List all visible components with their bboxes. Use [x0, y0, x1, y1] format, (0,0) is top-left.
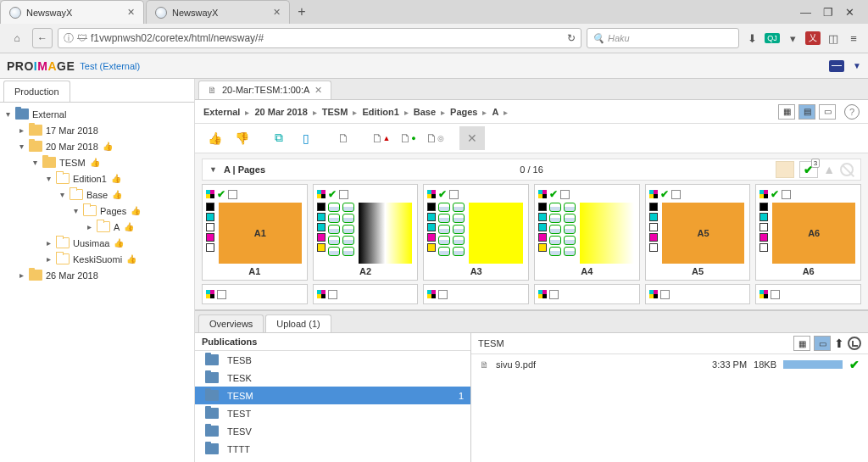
pdf-badge[interactable]: 乂	[805, 31, 821, 46]
page-card[interactable]: ✔A6A6	[755, 184, 861, 281]
close-icon[interactable]: ✕	[314, 85, 322, 96]
home-button[interactable]: ⌂	[7, 28, 27, 48]
select-checkbox[interactable]	[771, 290, 780, 299]
select-checkbox[interactable]	[782, 190, 791, 199]
tree-toggle-icon[interactable]: ▾	[71, 206, 80, 215]
file-row[interactable]: 🗎 sivu 9.pdf 3:33 PM 18KB ✔	[471, 354, 868, 375]
tree-toggle-icon[interactable]: ▸	[17, 125, 25, 135]
tab-upload[interactable]: Upload (1)	[265, 314, 331, 332]
qj-badge[interactable]: QJ	[765, 31, 780, 46]
tenant-label[interactable]: Test (External)	[80, 61, 140, 71]
publication-row[interactable]: TESK	[195, 369, 470, 387]
tree-toggle-icon[interactable]: ▾	[31, 158, 39, 167]
tree-item[interactable]: ▸Uusimaa👍	[0, 235, 194, 251]
status-ok[interactable]: ✔3	[799, 161, 818, 178]
document-tab[interactable]: 🗎 20-Mar:TESM:1:00:A ✕	[198, 81, 331, 99]
close-icon[interactable]: ✕	[273, 7, 281, 18]
breadcrumb-item[interactable]: Base	[414, 107, 436, 117]
back-button[interactable]: ←	[32, 28, 53, 48]
search-field[interactable]: 🔍 Haku	[587, 28, 739, 48]
select-checkbox[interactable]	[449, 190, 459, 199]
page-card[interactable]: ✔A2	[313, 184, 419, 281]
tree-item[interactable]: ▾20 Mar 2018👍	[0, 138, 194, 154]
publication-row[interactable]: TEST	[195, 404, 470, 422]
page-card[interactable]	[313, 284, 419, 304]
tool-separation-button[interactable]: ▯	[293, 126, 319, 150]
tree-toggle-icon[interactable]: ▾	[17, 142, 25, 151]
url-field[interactable]: ⓘ 🛡 f1vwpnwsh02/coretex/html/newsway/# ↻	[58, 28, 581, 48]
breadcrumb-item[interactable]: External	[203, 107, 240, 117]
select-checkbox[interactable]	[560, 190, 570, 199]
tool-target-button[interactable]: 🗋◎	[422, 126, 448, 150]
bookmark-icon[interactable]: ▾	[785, 31, 800, 46]
publication-row[interactable]: TESM1	[195, 387, 470, 404]
history-icon[interactable]	[848, 337, 861, 350]
publication-row[interactable]: TESB	[195, 351, 470, 369]
detail-view-list-button[interactable]: ▭	[814, 336, 831, 351]
tool-hierarchy-button[interactable]: ⧉	[266, 126, 292, 150]
detail-view-grid-button[interactable]: ▦	[793, 336, 810, 351]
sidebar-tab-production[interactable]: Production	[3, 81, 70, 102]
browser-tab-2[interactable]: NewswayX ✕	[146, 0, 290, 24]
tree-item[interactable]: ▸A👍	[0, 219, 194, 235]
tree-root[interactable]: ▾ External	[0, 106, 194, 122]
page-card[interactable]: ✔A1A1	[202, 184, 308, 281]
tree-item[interactable]: ▾Base👍	[0, 186, 194, 203]
mail-icon[interactable]	[829, 60, 844, 72]
publication-row[interactable]: TESV	[195, 422, 470, 440]
view-wide-button[interactable]: ▭	[819, 104, 836, 120]
breadcrumb-item[interactable]: Pages	[450, 107, 477, 117]
view-tiles-button[interactable]: ▤	[798, 104, 815, 120]
page-card[interactable]	[755, 284, 861, 304]
select-checkbox[interactable]	[671, 190, 681, 199]
tool-disabled-button[interactable]: ✕	[459, 126, 485, 150]
view-grid-button[interactable]: ▦	[778, 104, 795, 120]
tab-overviews[interactable]: Overviews	[198, 314, 264, 332]
approve-button[interactable]: 👍	[202, 126, 227, 150]
tool-page-button[interactable]: 🗋	[331, 126, 356, 150]
tree-toggle-icon[interactable]: ▾	[44, 174, 53, 183]
chevron-down-icon[interactable]: ▾	[3, 109, 12, 119]
tree-toggle-icon[interactable]: ▸	[85, 222, 93, 231]
tool-ok-button[interactable]: 🗋●	[395, 126, 420, 150]
maximize-button[interactable]: ❐	[823, 6, 833, 19]
publication-row[interactable]: TTTT	[195, 440, 470, 458]
select-checkbox[interactable]	[549, 290, 559, 299]
download-icon[interactable]: ⬇	[744, 31, 760, 46]
tree-item[interactable]: ▾Edition1👍	[0, 170, 194, 186]
reject-button[interactable]: 👎	[229, 126, 254, 150]
upload-icon[interactable]: ⬆	[834, 337, 844, 350]
page-card[interactable]	[645, 284, 751, 304]
page-card[interactable]	[202, 284, 308, 304]
tree-toggle-icon[interactable]: ▸	[44, 254, 53, 264]
tree-item[interactable]: ▸KeskiSuomi👍	[0, 251, 194, 267]
collapse-icon[interactable]: ▼	[209, 165, 217, 174]
tree-toggle-icon[interactable]: ▾	[58, 190, 66, 199]
tree-item[interactable]: ▸26 Mar 2018	[0, 267, 194, 283]
browser-tab-1[interactable]: NewswayX ✕	[0, 0, 144, 24]
breadcrumb-item[interactable]: 20 Mar 2018	[254, 107, 307, 117]
select-checkbox[interactable]	[339, 190, 348, 199]
reload-button[interactable]: ↻	[567, 32, 576, 44]
select-checkbox[interactable]	[228, 190, 237, 199]
select-checkbox[interactable]	[217, 290, 226, 299]
tool-warn-button[interactable]: 🗋▲	[368, 126, 393, 150]
tree-item[interactable]: ▾Pages👍	[0, 203, 194, 219]
tree-toggle-icon[interactable]: ▸	[44, 238, 53, 248]
select-checkbox[interactable]	[328, 290, 337, 299]
close-icon[interactable]: ✕	[127, 7, 135, 18]
select-checkbox[interactable]	[660, 290, 670, 299]
help-button[interactable]: ?	[844, 104, 860, 120]
select-checkbox[interactable]	[438, 290, 448, 299]
tree-item[interactable]: ▸17 Mar 2018	[0, 122, 194, 138]
breadcrumb-item[interactable]: A	[492, 107, 498, 117]
new-tab-button[interactable]: +	[292, 4, 312, 19]
page-card[interactable]: ✔A3	[423, 184, 529, 281]
chevron-down-icon[interactable]: ▼	[853, 61, 861, 70]
sidebar-toggle-icon[interactable]: ◫	[826, 31, 841, 46]
menu-icon[interactable]: ≡	[846, 31, 861, 46]
window-close-button[interactable]: ✕	[845, 6, 854, 19]
minimize-button[interactable]: —	[800, 6, 811, 19]
tree-toggle-icon[interactable]: ▸	[17, 270, 25, 280]
breadcrumb-item[interactable]: Edition1	[362, 107, 398, 117]
